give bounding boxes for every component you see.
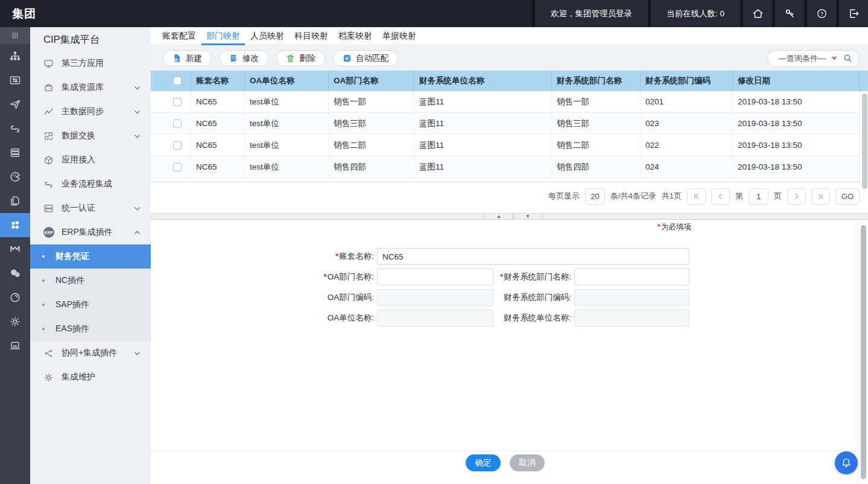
monitor-icon xyxy=(43,59,54,69)
sidebar-item-app-access[interactable]: 应用接入 xyxy=(30,148,151,172)
triangle-down-icon: ▼ xyxy=(525,214,530,219)
cell-fin-unit: 蓝图11 xyxy=(414,156,552,177)
cell-fin-dept-code: 023 xyxy=(641,113,733,134)
query-condition-dropdown[interactable]: —查询条件— xyxy=(767,50,860,67)
sidebar-item-eas-plugin[interactable]: EAS插件 xyxy=(30,317,151,341)
fin-dept-name-input[interactable] xyxy=(574,269,689,285)
strip-item-settings-card[interactable] xyxy=(0,68,30,92)
sidebar-item-label: EAS插件 xyxy=(55,323,89,334)
logout-button[interactable] xyxy=(836,0,868,27)
password-button[interactable] xyxy=(772,0,804,27)
sidebar-item-data-exchange[interactable]: 数据交换 xyxy=(30,124,151,148)
footer-divider xyxy=(151,451,868,451)
go-button[interactable]: GO xyxy=(835,188,860,205)
sidebar-item-business-process-integration[interactable]: 业务流程集成 xyxy=(30,172,151,196)
tab-document-mapping[interactable]: 单据映射 xyxy=(382,27,417,45)
page-number-input[interactable]: 1 xyxy=(749,188,768,205)
new-button[interactable]: 新建 xyxy=(163,50,212,66)
cancel-button[interactable]: 取消 xyxy=(510,454,545,471)
strip-item-laptop[interactable] xyxy=(0,334,30,358)
tab-account-set-config[interactable]: 账套配置 xyxy=(162,27,197,45)
sidebar-item-nc-plugin[interactable]: NC插件 xyxy=(30,269,151,293)
panel-scrollbar-thumb[interactable] xyxy=(861,225,866,479)
sidebar-item-collab-plugins[interactable]: 协同+集成插件 xyxy=(30,341,151,365)
fin-unit-name-input xyxy=(574,310,689,326)
fin-dept-code-label: 财务系统部门编码: xyxy=(434,289,571,306)
strip-item-send[interactable] xyxy=(0,92,30,116)
table-row[interactable]: NC65 test单位 销售一部 蓝图11 销售一部 0201 2019-03-… xyxy=(151,91,860,113)
strip-item-wechat[interactable] xyxy=(0,261,30,285)
sidebar-item-third-party-apps[interactable]: 第三方应用 xyxy=(30,51,151,75)
sidebar-item-financial-voucher[interactable]: 财务凭证 xyxy=(30,244,151,269)
sidebar-item-master-data-sync[interactable]: 主数据同步 xyxy=(30,100,151,124)
home-button[interactable] xyxy=(740,0,772,27)
cell-oa-unit: test单位 xyxy=(245,135,329,156)
account-set-name-input[interactable] xyxy=(377,248,689,265)
last-page-button[interactable] xyxy=(811,188,830,205)
panel-splitter[interactable]: ▲ ▼ xyxy=(151,213,868,220)
strip-item-stack[interactable] xyxy=(0,141,30,165)
splitter-collapse-down-button[interactable]: ▼ xyxy=(513,214,542,219)
strip-item-m-module[interactable] xyxy=(0,237,30,261)
cell-fin-dept: 销售一部 xyxy=(552,91,641,112)
strip-item-palette[interactable] xyxy=(0,165,30,189)
modify-button[interactable]: 修改 xyxy=(220,50,268,66)
documents-icon xyxy=(9,195,21,207)
row-checkbox[interactable] xyxy=(173,119,182,128)
strip-item-sitemap[interactable] xyxy=(0,44,30,68)
strip-item-documents[interactable] xyxy=(0,189,30,213)
sidebar-item-integration-maintenance[interactable]: 集成维护 xyxy=(30,365,151,389)
strip-item-apps[interactable] xyxy=(0,213,30,237)
auto-match-button[interactable]: 自动匹配 xyxy=(333,50,398,66)
per-page-input[interactable]: 20 xyxy=(585,188,605,205)
sidebar-item-label: NC插件 xyxy=(55,275,84,286)
column-header: 财务系统单位名称 xyxy=(414,71,552,91)
sidebar-item-erp-plugins[interactable]: ERP ERP集成插件 xyxy=(30,220,151,244)
required-note-text: 为必填项 xyxy=(661,223,691,231)
first-page-button[interactable] xyxy=(687,188,706,205)
sidebar-item-label: 业务流程集成 xyxy=(62,179,112,189)
key-icon xyxy=(784,8,796,19)
delete-button[interactable]: 删除 xyxy=(276,50,325,66)
strip-item-swirl[interactable] xyxy=(0,285,30,310)
strip-item-sync[interactable] xyxy=(0,116,30,141)
table-row[interactable]: NC65 test单位 销售二部 蓝图11 销售二部 022 2019-03-1… xyxy=(151,135,860,156)
sidebar-item-resource-library[interactable]: 集成资源库 xyxy=(30,75,151,100)
sitemap-icon xyxy=(9,50,21,62)
row-checkbox[interactable] xyxy=(173,98,182,106)
confirm-button[interactable]: 确定 xyxy=(466,454,501,471)
prev-page-button[interactable] xyxy=(711,188,730,205)
chevron-up-icon xyxy=(133,229,141,237)
sidebar-item-sap-plugin[interactable]: SAP插件 xyxy=(30,293,151,317)
panel-scrollbar-track xyxy=(858,220,858,484)
next-page-button[interactable] xyxy=(787,188,806,205)
splitter-collapse-up-button[interactable]: ▲ xyxy=(484,214,513,219)
tab-subject-mapping[interactable]: 科目映射 xyxy=(294,27,329,45)
strip-item-gear[interactable] xyxy=(0,310,30,334)
cell-modified-date: 2019-03-18 13:50 xyxy=(733,135,860,156)
column-header-filler xyxy=(860,71,868,91)
edit-panel: *为必填项 *账套名称: *OA部门名称: *财务系统部门名称: OA部门编码:… xyxy=(151,220,868,484)
tab-department-mapping[interactable]: 部门映射 xyxy=(206,27,241,45)
row-checkbox[interactable] xyxy=(173,141,182,150)
row-checkbox[interactable] xyxy=(173,163,182,171)
collapse-sidebar-button[interactable] xyxy=(0,27,30,44)
table-row[interactable]: NC65 test单位 销售三部 蓝图11 销售三部 023 2019-03-1… xyxy=(151,113,860,135)
sidebar-item-unified-auth[interactable]: 统一认证 xyxy=(30,196,151,220)
bell-icon xyxy=(840,457,852,469)
notification-fab-button[interactable] xyxy=(835,451,858,474)
oa-dept-name-label: *OA部门名称: xyxy=(241,269,374,285)
bullet-icon xyxy=(42,279,45,282)
edit-doc-icon xyxy=(229,54,238,63)
table-row[interactable]: NC65 test单位 销售四部 蓝图11 销售四部 024 2019-03-1… xyxy=(151,156,860,178)
tab-archive-mapping[interactable]: 档案映射 xyxy=(338,27,373,45)
flow-loop-icon xyxy=(43,179,54,189)
table-scrollbar-thumb[interactable] xyxy=(862,94,867,189)
topbar-right: 欢迎，集团管理员登录 当前在线人数: 0 ? xyxy=(532,0,868,27)
required-fields-note: *为必填项 xyxy=(657,222,691,232)
swirl-icon xyxy=(9,291,21,304)
tab-personnel-mapping[interactable]: 人员映射 xyxy=(250,27,285,45)
help-button[interactable]: ? xyxy=(804,0,836,27)
select-all-checkbox[interactable] xyxy=(173,77,182,85)
toolbar: 新建 修改 删除 自动匹配 —查询条件— xyxy=(151,46,868,71)
